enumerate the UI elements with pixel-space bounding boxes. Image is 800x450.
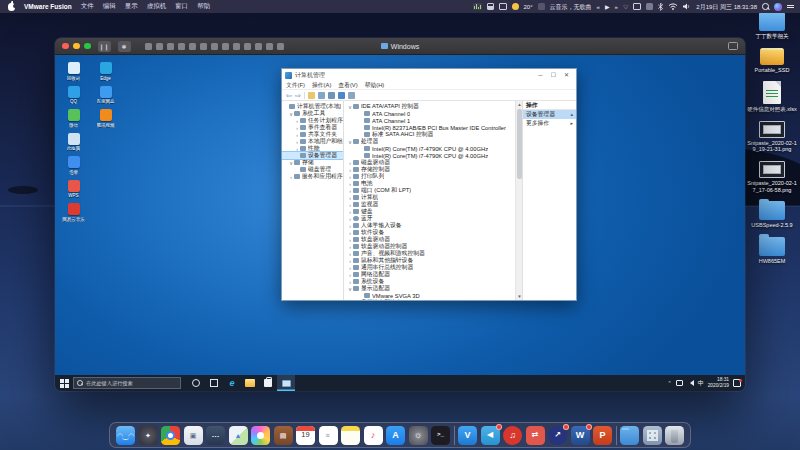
- dock-chat-app[interactable]: …: [206, 426, 225, 445]
- device-tree-item[interactable]: › 端口 (COM 和 LPT): [345, 187, 514, 194]
- device-tree-item[interactable]: Intel(R) Core(TM) i7-4790K CPU @ 4.00GHz: [345, 152, 514, 159]
- dock-calendar[interactable]: 19: [296, 426, 315, 445]
- tray-volume-icon[interactable]: [687, 380, 694, 386]
- media-next-icon[interactable]: »: [615, 4, 618, 10]
- console-tree-item[interactable]: › 共享文件夹: [282, 131, 343, 138]
- device-tree-item[interactable]: ATA Channel 1: [345, 117, 514, 124]
- device-tree-item[interactable]: › 蓝牙: [345, 215, 514, 222]
- hidden-icons-chevron[interactable]: ⌃: [667, 380, 671, 386]
- siri-icon[interactable]: [774, 3, 782, 11]
- win-desktop-icon[interactable]: 腾讯视频: [92, 109, 119, 128]
- console-tree-item[interactable]: 计算机管理(本地): [282, 103, 343, 110]
- minimize-button[interactable]: [73, 43, 80, 50]
- device-tree-item[interactable]: › 存储控制器: [345, 166, 514, 173]
- music-status-text[interactable]: 云音乐，无歌曲: [550, 4, 592, 10]
- bluetooth-icon[interactable]: [658, 3, 663, 11]
- apple-menu-icon[interactable]: [8, 3, 15, 11]
- dock-downloads-stack[interactable]: [643, 426, 662, 445]
- win-desktop-icon[interactable]: Edge: [92, 62, 119, 81]
- memory-meter-icon[interactable]: [487, 3, 494, 10]
- cm-minimize-button[interactable]: ─: [534, 69, 547, 81]
- device-tree-item[interactable]: Intel(R) Core(TM) i7-4790K CPU @ 4.00GHz: [345, 145, 514, 152]
- win-desktop-icon[interactable]: 此电脑: [60, 133, 87, 152]
- favorite-heart-icon[interactable]: ♡: [623, 4, 628, 10]
- dock-system-preferences[interactable]: ☼: [409, 426, 428, 445]
- device-tree-item[interactable]: ∨ 处理器: [345, 138, 514, 145]
- cortana-button[interactable]: [187, 375, 205, 391]
- console-tree-item[interactable]: › 事件查看器: [282, 124, 343, 131]
- dock-word[interactable]: W: [571, 426, 590, 445]
- dock-netease-music[interactable]: ♫: [503, 426, 522, 445]
- computer-management-taskbar-button[interactable]: [277, 375, 295, 391]
- device-tree-item[interactable]: › 监视器: [345, 201, 514, 208]
- dock-maps[interactable]: ▲: [229, 426, 248, 445]
- device-tree-item[interactable]: › 通用串行总线控制器: [345, 264, 514, 271]
- dock-terminal[interactable]: >_: [431, 426, 450, 445]
- win-desktop-icon[interactable]: 回收站: [60, 62, 87, 81]
- scroll-up-icon[interactable]: ▲: [516, 101, 522, 108]
- export-icon[interactable]: [308, 92, 315, 99]
- win-desktop-icon[interactable]: 微信: [60, 109, 87, 128]
- cm-close-button[interactable]: ✕: [560, 69, 573, 81]
- device-tree-item[interactable]: VMware SVGA 3D: [345, 292, 514, 299]
- menubar-menu-item[interactable]: 显示: [125, 2, 138, 11]
- cpu-history-icon[interactable]: [473, 3, 482, 10]
- vm-snapshots-button[interactable]: [728, 42, 738, 50]
- start-button[interactable]: [55, 375, 73, 391]
- device-tree-item[interactable]: › 打印队列: [345, 173, 514, 180]
- menubar-datetime[interactable]: 2月19日 周三 18:31:38: [696, 4, 757, 10]
- device-tree-item[interactable]: › 磁盘驱动器: [345, 159, 514, 166]
- properties-icon[interactable]: [328, 92, 335, 99]
- console-tree-pane[interactable]: 计算机管理(本地) ∨ 系统工具 ›: [282, 101, 344, 300]
- device-tree-item[interactable]: ∨ 显示适配器: [345, 285, 514, 292]
- notification-center-icon[interactable]: [787, 5, 794, 9]
- menubar-menu-item[interactable]: 虚拟机: [147, 2, 167, 11]
- task-view-button[interactable]: [205, 375, 223, 391]
- volume-icon[interactable]: [683, 3, 691, 10]
- win-desktop-icon[interactable]: 百度网盘: [92, 86, 119, 105]
- vmware-fusion-window[interactable]: Windows ❙❙ ✱: [55, 38, 745, 391]
- console-tree-item[interactable]: › 服务和应用程序: [282, 173, 343, 180]
- ime-indicator[interactable]: 中: [698, 379, 704, 388]
- vm-suspend-button[interactable]: ❙❙: [98, 41, 111, 52]
- device-tree-item[interactable]: › 计算机: [345, 194, 514, 201]
- device-tree-item[interactable]: › 声音、视频和游戏控制器: [345, 250, 514, 257]
- console-tree-item[interactable]: › 本地用户和组: [282, 138, 343, 145]
- dock-book-app[interactable]: ▤: [274, 426, 293, 445]
- console-tree-item[interactable]: › 任务计划程序: [282, 117, 343, 124]
- device-tree-item[interactable]: › 软件设备: [345, 229, 514, 236]
- taskbar-clock[interactable]: 18:31 2020/2/19: [708, 377, 729, 389]
- cm-menu-item[interactable]: 操作(A): [312, 81, 331, 90]
- device-tree-scrollbar[interactable]: ▲ ▼: [515, 101, 522, 300]
- wifi-icon[interactable]: [668, 3, 678, 10]
- device-tree-item[interactable]: › 软盘驱动器控制器: [345, 243, 514, 250]
- desktop-file-icon[interactable]: Portable_SSD: [746, 48, 798, 74]
- taskbar-search-box[interactable]: 在此处键入进行搜索: [73, 377, 181, 389]
- help-icon[interactable]: [338, 92, 345, 99]
- device-tree-item[interactable]: ATA Channel 0: [345, 110, 514, 117]
- console-tree-item[interactable]: 磁盘管理: [282, 166, 343, 173]
- menubar-app-name[interactable]: VMware Fusion: [24, 3, 72, 10]
- desktop-file-icon[interactable]: USBSpeed-2.5.9: [746, 201, 798, 229]
- device-tree-item[interactable]: 标准 SATA AHCI 控制器: [345, 131, 514, 138]
- device-tree-item[interactable]: › 电池: [345, 180, 514, 187]
- dock-chrome[interactable]: [161, 426, 180, 445]
- console-tree-item[interactable]: 设备管理器: [282, 152, 343, 159]
- weather-temp[interactable]: 20°: [524, 4, 533, 10]
- menubar-menu-item[interactable]: 窗口: [175, 2, 188, 11]
- cm-menu-item[interactable]: 文件(F): [286, 81, 305, 90]
- dock-trash[interactable]: [665, 426, 684, 445]
- computer-management-window[interactable]: 计算机管理 ─ ☐ ✕ 文件(F)操作(A)查看(V)帮助(H) ⇦ ⇨: [281, 68, 577, 301]
- dock-reminders[interactable]: ≡: [319, 426, 338, 445]
- desktop-file-icon[interactable]: 硬件信息对照表.xlsx: [746, 81, 798, 113]
- device-tree-item[interactable]: › 音频输入和输出: [345, 299, 514, 300]
- cm-maximize-button[interactable]: ☐: [547, 69, 560, 81]
- spotlight-search-icon[interactable]: [762, 3, 769, 10]
- vm-settings-button[interactable]: ✱: [118, 41, 131, 52]
- device-tree-item[interactable]: Intel(R) 82371AB/EB PCI Bus Master IDE C…: [345, 124, 514, 131]
- dock-notes[interactable]: [341, 426, 360, 445]
- network-icon[interactable]: [676, 380, 683, 386]
- desktop-file-icon[interactable]: 丁丁数学相关: [746, 12, 798, 40]
- media-play-icon[interactable]: ▶: [605, 4, 610, 10]
- console-tree-item[interactable]: ∨ 系统工具: [282, 110, 343, 117]
